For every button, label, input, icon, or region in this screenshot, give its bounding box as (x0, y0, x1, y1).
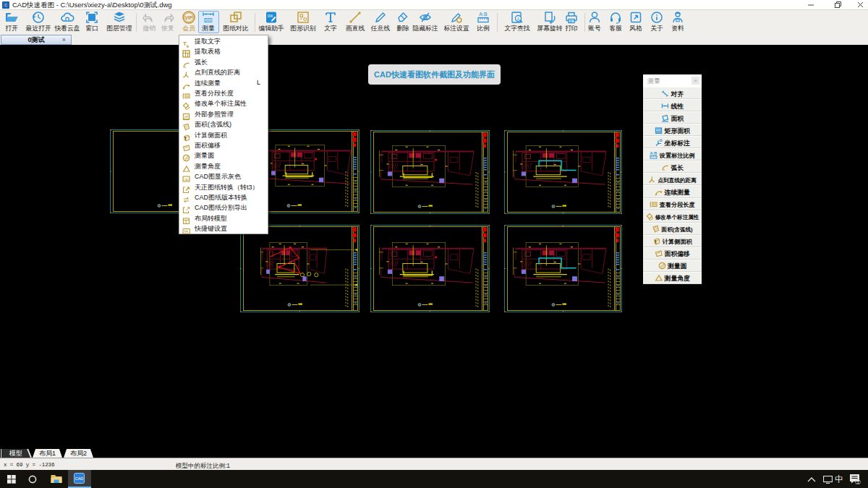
svg-text:CAD: CAD (183, 178, 190, 181)
svg-text:CAD: CAD (75, 476, 84, 481)
svg-text:A: A (516, 17, 519, 21)
svg-text:4566: 4566 (205, 19, 213, 22)
svg-text:A:B: A:B (650, 151, 658, 155)
svg-text:1: 1 (856, 479, 859, 484)
svg-text:A:B: A:B (479, 12, 488, 17)
svg-text:DW: DW (268, 14, 273, 18)
